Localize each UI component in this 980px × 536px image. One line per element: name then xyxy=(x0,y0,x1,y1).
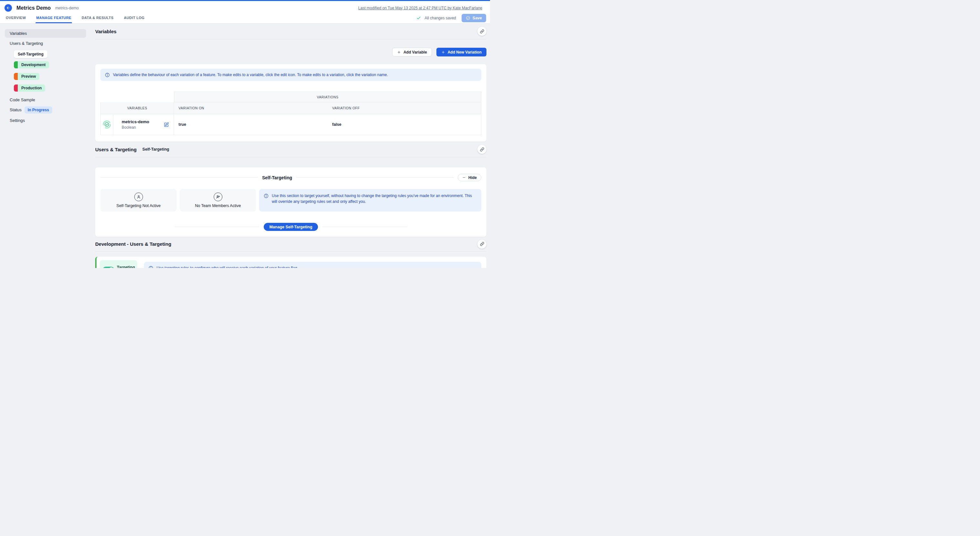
manage-self-targeting-row: Manage Self-Targeting xyxy=(100,223,481,231)
variable-name: metrics-demo xyxy=(122,119,149,124)
add-variable-label: Add Variable xyxy=(404,50,427,54)
add-new-variation-label: Add New Variation xyxy=(448,50,482,54)
divider-line xyxy=(323,227,407,227)
self-targeting-info-text: Use this section to target yourself, wit… xyxy=(272,193,477,205)
edit-variable-button[interactable] xyxy=(163,121,170,128)
variables-table: VARIATIONS VARIABLES VARIATION ON VARIAT… xyxy=(100,92,481,135)
add-new-variation-button[interactable]: Add New Variation xyxy=(436,48,487,56)
main-content: Variables Add Variable Add New Variation xyxy=(93,24,490,268)
variation-off-column-header: VARIATION OFF xyxy=(328,102,481,114)
team-members-status-card: No Team Members Active xyxy=(180,189,256,212)
tab-overview[interactable]: OVERVIEW xyxy=(5,16,27,23)
save-area: All changes saved Save xyxy=(417,14,486,23)
arrow-left-icon xyxy=(6,6,10,10)
save-status-text: All changes saved xyxy=(425,16,456,20)
sidebar-item-env-production[interactable]: Production xyxy=(14,84,45,92)
tab-bar: OVERVIEW MANAGE FEATURE DATA & RESULTS A… xyxy=(0,14,490,24)
user-plus-icon xyxy=(214,192,223,201)
self-targeting-panel-header: Self-Targeting Hide xyxy=(100,174,481,181)
variables-section-title: Variables xyxy=(95,29,116,34)
link-icon xyxy=(480,29,484,33)
variation-off-value[interactable]: false xyxy=(328,114,481,135)
users-targeting-section-header: Users & Targeting Self-Targeting xyxy=(95,141,487,157)
sidebar-item-variables[interactable]: Variables xyxy=(5,29,86,38)
sidebar-item-self-targeting[interactable]: Self-Targeting xyxy=(14,50,48,58)
self-targeting-status-row: Self-Targeting Not Active No Team Member… xyxy=(100,189,481,212)
user-icon xyxy=(134,192,143,201)
targeting-info-banner: Use targeting rules to configure who wil… xyxy=(144,262,481,268)
sidebar-item-env-development[interactable]: Development xyxy=(14,61,49,68)
variation-on-value[interactable]: true xyxy=(174,114,328,135)
env-color-development xyxy=(14,61,18,68)
last-modified-link[interactable]: Last modified on Tue May 13 2025 at 2:47… xyxy=(358,6,482,10)
info-icon xyxy=(264,193,269,198)
sidebar-item-settings[interactable]: Settings xyxy=(5,116,93,125)
variables-info-banner: Variables define the behaviour of each v… xyxy=(100,69,481,81)
development-section-header: Development - Users & Targeting xyxy=(95,237,487,252)
circle-check-icon xyxy=(466,16,470,20)
sidebar-item-code-sample[interactable]: Code Sample xyxy=(5,95,93,104)
team-members-status-label: No Team Members Active xyxy=(195,203,241,208)
env-label-development: Development xyxy=(18,61,49,68)
variables-info-text: Variables define the behaviour of each v… xyxy=(113,72,388,78)
targeting-status-label: Targeting ON xyxy=(117,265,135,268)
variable-type-icon xyxy=(100,114,113,135)
targeting-toggle-box: Targeting ON xyxy=(100,260,137,268)
development-targeting-card: Targeting ON Use targeting rules to conf… xyxy=(95,257,487,268)
feature-key: metrics-demo xyxy=(55,6,79,10)
info-icon xyxy=(148,266,153,268)
info-icon xyxy=(105,73,110,78)
sidebar-item-users-targeting[interactable]: Users & Targeting xyxy=(5,39,93,48)
variables-section-header: Variables xyxy=(95,24,487,40)
app-header: Metrics Demo metrics-demo Last modified … xyxy=(0,1,490,14)
variables-column-header: VARIABLES xyxy=(100,102,174,114)
users-targeting-section-subtitle: Self-Targeting xyxy=(142,147,169,152)
hide-button-label: Hide xyxy=(468,176,477,180)
env-label-production: Production xyxy=(18,84,45,92)
pencil-edit-icon xyxy=(164,122,169,127)
sidebar-item-status[interactable]: Status xyxy=(5,105,22,114)
variable-type: Boolean xyxy=(122,125,149,130)
sidebar-item-env-preview[interactable]: Preview xyxy=(14,73,40,80)
variables-card: Variables define the behaviour of each v… xyxy=(95,64,487,141)
table-empty-cell xyxy=(100,92,174,102)
variations-header: VARIATIONS xyxy=(174,92,481,102)
plus-icon xyxy=(441,50,445,54)
tab-audit-log[interactable]: AUDIT LOG xyxy=(123,16,145,23)
variable-name-cell: metrics-demo Boolean xyxy=(113,114,174,135)
tab-manage-feature[interactable]: MANAGE FEATURE xyxy=(35,16,72,23)
self-targeting-status-card: Self-Targeting Not Active xyxy=(100,189,177,212)
back-button[interactable] xyxy=(5,4,12,12)
hide-button[interactable]: Hide xyxy=(458,174,481,181)
link-icon xyxy=(480,242,484,246)
tab-data-results[interactable]: DATA & RESULTS xyxy=(81,16,114,23)
env-color-preview xyxy=(14,73,18,80)
save-button-label: Save xyxy=(473,16,482,20)
plus-icon xyxy=(397,50,401,54)
page-body: Variables Users & Targeting Self-Targeti… xyxy=(0,24,490,268)
variation-on-column-header: VARIATION ON xyxy=(174,102,328,114)
save-button[interactable]: Save xyxy=(461,14,486,22)
status-badge[interactable]: In Progress xyxy=(24,106,52,114)
sidebar: Variables Users & Targeting Self-Targeti… xyxy=(0,24,93,268)
add-variable-button[interactable]: Add Variable xyxy=(392,48,432,56)
development-section-title: Development - Users & Targeting xyxy=(95,241,172,247)
self-targeting-info-banner: Use this section to target yourself, wit… xyxy=(259,189,481,212)
users-targeting-section-title: Users & Targeting xyxy=(95,147,137,152)
self-targeting-card: Self-Targeting Hide Self-Targeting Not A… xyxy=(95,167,487,237)
variables-link-button[interactable] xyxy=(477,27,487,36)
development-link-button[interactable] xyxy=(477,239,487,249)
variables-actions-row: Add Variable Add New Variation xyxy=(95,48,487,56)
targeting-toggle[interactable] xyxy=(103,267,114,268)
link-icon xyxy=(480,147,484,152)
divider-line xyxy=(175,227,259,227)
tabs: OVERVIEW MANAGE FEATURE DATA & RESULTS A… xyxy=(5,14,145,23)
users-targeting-link-button[interactable] xyxy=(477,145,487,154)
self-targeting-panel-title: Self-Targeting xyxy=(262,175,292,180)
self-targeting-status-label: Self-Targeting Not Active xyxy=(116,203,161,208)
toggle-knob-check-icon xyxy=(109,267,114,268)
manage-self-targeting-button[interactable]: Manage Self-Targeting xyxy=(264,223,318,231)
targeting-info-text: Use targeting rules to configure who wil… xyxy=(157,265,298,268)
minus-icon xyxy=(462,176,466,179)
saved-check-icon xyxy=(417,16,421,20)
